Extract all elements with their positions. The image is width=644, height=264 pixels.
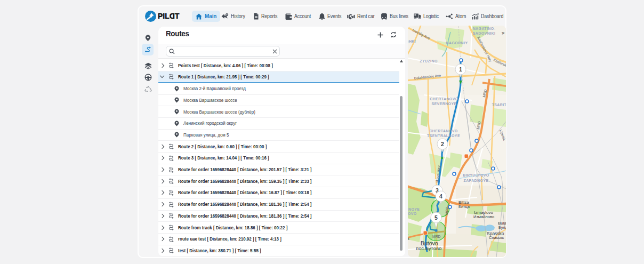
svg-text:SEVERNOYE: SEVERNOYE xyxy=(431,102,456,106)
svg-text:5: 5 xyxy=(434,214,438,221)
svg-text:CHERTANOVO: CHERTANOVO xyxy=(429,129,457,133)
svg-text:пос.Бутово: пос.Бутово xyxy=(416,245,441,251)
svg-text:ZYUZINO: ZYUZINO xyxy=(420,59,438,63)
svg-text:Измайлово: Измайлово xyxy=(473,214,494,219)
svg-text:Битца: Битца xyxy=(458,204,470,209)
svg-text:MRD: MRD xyxy=(445,206,449,215)
svg-text:ZAPADNOYE: ZAPADNOYE xyxy=(463,179,488,182)
svg-text:4: 4 xyxy=(439,193,442,199)
svg-text:NAGATINO-: NAGATINO- xyxy=(473,27,496,30)
svg-text:BIRYULYOVO: BIRYULYOVO xyxy=(463,173,489,177)
svg-text:TSARITS: TSARITS xyxy=(492,103,506,107)
svg-text:RNOYE: RNOYE xyxy=(408,207,420,211)
svg-text:Була: Була xyxy=(498,225,506,230)
svg-text:1: 1 xyxy=(459,66,462,73)
svg-text:SHKI: SHKI xyxy=(408,39,416,43)
svg-text:2: 2 xyxy=(441,141,444,147)
svg-text:SADOVNIKI: SADOVNIKI xyxy=(473,31,496,35)
svg-text:MRD: MRD xyxy=(432,235,441,238)
svg-text:CHERTANOVO: CHERTANOVO xyxy=(430,97,458,101)
svg-text:TSENTRALNOYE: TSENTRALNOYE xyxy=(427,134,460,138)
svg-text:Спасскс: Спасскс xyxy=(489,235,504,240)
svg-text:TOVO: TOVO xyxy=(408,212,417,215)
svg-text:NAGORNIY: NAGORNIY xyxy=(446,41,468,45)
svg-text:rk: rk xyxy=(408,237,409,241)
